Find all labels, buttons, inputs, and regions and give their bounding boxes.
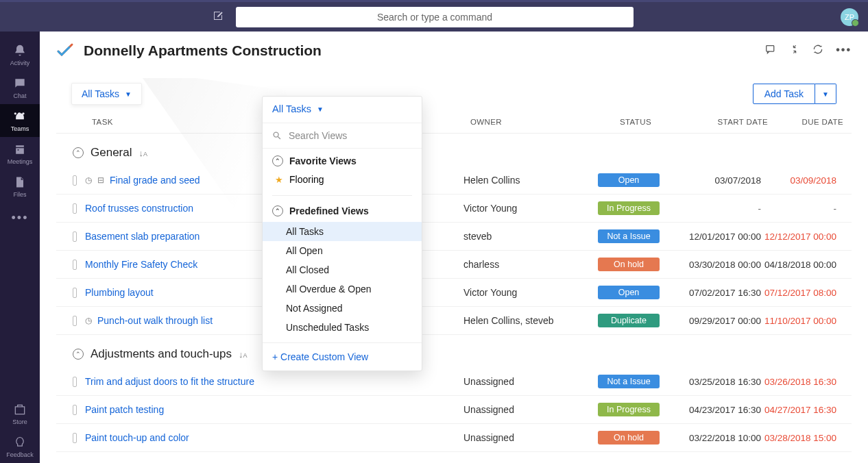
- start-date-cell: -: [672, 203, 761, 214]
- row-checkbox[interactable]: [73, 316, 77, 326]
- row-checkbox[interactable]: [73, 377, 77, 387]
- chevron-down-icon: ▼: [125, 90, 132, 98]
- task-link[interactable]: Monthly Fire Safety Check: [85, 259, 197, 270]
- view-search-placeholder: Search Views: [289, 130, 347, 141]
- task-link[interactable]: Final grade and seed: [110, 175, 200, 186]
- view-search[interactable]: Search Views: [263, 123, 422, 149]
- user-avatar[interactable]: ZP: [841, 8, 858, 26]
- row-checkbox[interactable]: [73, 260, 77, 270]
- rail-meetings[interactable]: Meetings: [0, 137, 40, 170]
- status-badge: On hold: [598, 431, 660, 445]
- add-task-button[interactable]: Add Task: [753, 84, 815, 104]
- status-cell: Open: [586, 286, 672, 299]
- compose-icon[interactable]: [213, 10, 224, 24]
- owner-cell: Victor Young: [463, 287, 586, 298]
- predefined-view-item[interactable]: All Tasks: [263, 222, 422, 241]
- predefined-heading: Predefined Views: [289, 205, 369, 216]
- sort-icon[interactable]: ↓A: [239, 349, 248, 360]
- collapse-icon[interactable]: ⌃: [272, 205, 283, 216]
- due-date-cell: 04/18/2018 00:00: [761, 260, 836, 270]
- predefined-group: ⌃ Predefined Views: [263, 199, 422, 222]
- task-link[interactable]: Basement slab preparation: [85, 231, 200, 242]
- view-selector-label: All Tasks: [82, 88, 119, 99]
- rail-chat[interactable]: Chat: [0, 71, 40, 104]
- row-checkbox[interactable]: [73, 405, 77, 415]
- task-row: Plumbing layout Victor Young Open 07/02/…: [56, 279, 852, 307]
- header-actions: •••: [765, 44, 852, 58]
- add-task-split-button[interactable]: ▼: [815, 84, 836, 104]
- owner-cell: steveb: [463, 231, 586, 242]
- task-cell: Trim and adjust doors to fit the structu…: [85, 376, 463, 387]
- status-badge: Open: [598, 173, 660, 187]
- row-checkbox[interactable]: [73, 288, 77, 298]
- start-date-cell: 04/23/2017 16:30: [672, 405, 761, 415]
- task-link[interactable]: Plumbing layout: [85, 287, 154, 298]
- task-cell: Paint patch testing: [85, 404, 463, 415]
- more-icon[interactable]: •••: [836, 44, 852, 58]
- sort-icon[interactable]: ↓A: [138, 148, 147, 158]
- view-dropdown: All Tasks ▼ Search Views ⌃ Favorite View…: [262, 96, 422, 371]
- collapse-icon[interactable]: ⌃: [272, 155, 283, 166]
- task-link[interactable]: Paint patch testing: [85, 404, 164, 415]
- rail-activity[interactable]: Activity: [0, 38, 40, 71]
- task-board: All Tasks ▼ Add Task ▼ TASK OWNER STATUS…: [56, 70, 852, 447]
- row-checkbox[interactable]: [73, 433, 77, 443]
- rail-store[interactable]: Store: [0, 397, 40, 430]
- command-search[interactable]: Search or type a command: [236, 7, 634, 27]
- task-link[interactable]: Roof trusses construction: [85, 203, 193, 214]
- view-dropdown-trigger[interactable]: All Tasks ▼: [263, 97, 422, 123]
- main-area: Donnelly Apartments Construction ••• All…: [40, 32, 868, 463]
- task-cell: Paint touch-up and color: [85, 432, 463, 443]
- start-date-cell: 03/07/2018: [672, 175, 761, 186]
- predefined-view-item[interactable]: Not Assigned: [263, 299, 422, 318]
- status-badge: Duplicate: [598, 314, 660, 327]
- row-checkbox[interactable]: [73, 175, 77, 186]
- teams-top-bar: Search or type a command ZP: [0, 0, 868, 32]
- status-badge: In Progress: [598, 201, 660, 215]
- due-date-cell: -: [761, 203, 836, 214]
- page-header: Donnelly Apartments Construction •••: [40, 32, 868, 70]
- create-custom-view[interactable]: + Create Custom View: [263, 342, 422, 371]
- collapse-icon[interactable]: ⌃: [73, 147, 84, 158]
- view-selector-chip[interactable]: All Tasks ▼: [71, 83, 142, 105]
- due-date-cell: 03/09/2018: [761, 175, 836, 186]
- row-checkbox[interactable]: [73, 203, 77, 214]
- rail-feedback[interactable]: Feedback: [0, 430, 40, 463]
- due-date-cell: 12/12/2017 00:00: [761, 232, 836, 242]
- start-date-cell: 07/02/2017 16:30: [672, 288, 761, 298]
- page-title: Donnelly Apartments Construction: [84, 42, 322, 59]
- predefined-view-item[interactable]: All Overdue & Open: [263, 279, 422, 299]
- due-date-cell: 03/28/2018 15:00: [761, 433, 836, 443]
- status-badge: On hold: [598, 258, 660, 271]
- start-date-cell: 03/25/2018 16:30: [672, 377, 761, 387]
- rail-teams[interactable]: Teams: [0, 104, 40, 137]
- refresh-icon[interactable]: [812, 44, 823, 58]
- task-link[interactable]: Punch-out walk through list: [97, 315, 213, 326]
- predefined-view-item[interactable]: All Open: [263, 241, 422, 260]
- owner-cell: Helen Collins, steveb: [463, 315, 586, 326]
- task-link[interactable]: Trim and adjust doors to fit the structu…: [85, 376, 254, 387]
- favorite-view-item[interactable]: ★Flooring: [272, 171, 412, 188]
- rail-files[interactable]: Files: [0, 170, 40, 203]
- app-rail: Activity Chat Teams Meetings Files ••• S…: [0, 32, 40, 463]
- predefined-view-item[interactable]: Unscheduled Tasks: [263, 318, 422, 337]
- collapse-icon[interactable]: [789, 44, 800, 58]
- recurring-icon: ◷: [85, 175, 92, 185]
- task-link[interactable]: Paint touch-up and color: [85, 432, 189, 443]
- search-icon: [272, 131, 282, 140]
- recurring-icon: ◷: [85, 316, 92, 325]
- start-date-cell: 09/29/2017 00:00: [672, 316, 761, 326]
- predefined-view-item[interactable]: All Closed: [263, 260, 422, 279]
- section-title: General: [91, 146, 132, 160]
- row-checkbox[interactable]: [73, 232, 77, 242]
- collapse-icon[interactable]: ⌃: [73, 349, 84, 360]
- task-row: Paint touch-up and color Unassigned On h…: [56, 424, 852, 452]
- status-cell: Not a Issue: [586, 375, 672, 388]
- task-row: Monthly Fire Safety Check charless On ho…: [56, 251, 852, 279]
- due-date-cell: 03/26/2018 16:30: [761, 377, 836, 387]
- rail-more[interactable]: •••: [12, 203, 29, 234]
- board-toolbar: All Tasks ▼ Add Task ▼: [56, 70, 852, 111]
- section-header: ⌃ Adjustments and touch-ups ↓A: [56, 335, 852, 368]
- conversation-icon[interactable]: [765, 44, 777, 58]
- task-row: ◷⊟Final grade and seed Helen Collins Ope…: [56, 166, 852, 195]
